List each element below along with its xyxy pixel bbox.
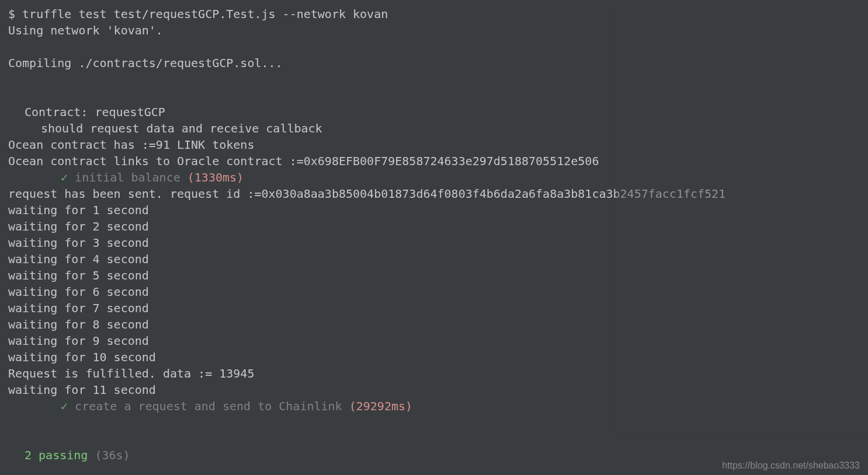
passing-time: (36s) [95,448,130,462]
wait-line-1: waiting for 1 second [8,202,860,218]
request-sent: request has been sent. request id :=0x03… [8,186,860,202]
checkmark-icon: ✓ [61,170,68,184]
test-name-1: initial balance [75,170,180,184]
watermark: https://blog.csdn.net/shebao3333 [722,459,860,472]
wait-line-10: waiting for 10 second [8,349,860,365]
wait-line-2: waiting for 2 second [8,218,860,235]
test-pass-2: ✓ create a request and send to Chainlink… [8,398,860,414]
wait-line-6: waiting for 6 second [8,284,860,300]
test-pass-1: ✓ initial balance (1330ms) [8,169,860,186]
terminal-output: $ truffle test test/requestGCP.Test.js -… [8,6,860,463]
compiling-line: Compiling ./contracts/requestGCP.sol... [8,55,860,71]
passing-count: 2 passing [25,448,88,462]
wait-line-4: waiting for 4 second [8,251,860,267]
oracle-link: Ocean contract links to Oracle contract … [8,153,860,169]
wait-line-5: waiting for 5 second [8,267,860,284]
test-duration-1: (1330ms) [188,170,244,184]
link-balance: Ocean contract has :=91 LINK tokens [8,137,860,153]
test-duration-2: (29292ms) [349,399,412,413]
test-description: should request data and receive callback [8,120,860,137]
wait-line-9: waiting for 9 second [8,333,860,349]
network-line: Using network 'kovan'. [8,22,860,39]
wait-line-7: waiting for 7 second [8,300,860,316]
checkmark-icon: ✓ [61,399,68,413]
wait-line-8: waiting for 8 second [8,316,860,333]
wait-line-3: waiting for 3 second [8,235,860,251]
fulfilled-line: Request is fulfilled. data := 13945 [8,365,860,382]
command-line: $ truffle test test/requestGCP.Test.js -… [8,6,860,22]
wait-line-11: waiting for 11 second [8,382,860,398]
test-name-2: create a request and send to Chainlink [75,399,342,413]
contract-header: Contract: requestGCP [8,104,860,120]
